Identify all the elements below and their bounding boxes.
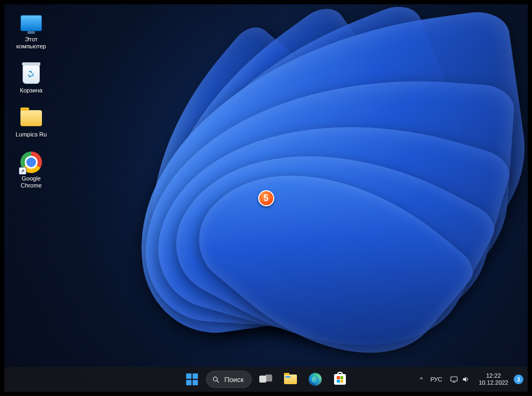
search-button[interactable]: Поиск	[206, 371, 252, 388]
microsoft-store-button[interactable]	[329, 369, 351, 390]
file-explorer-button[interactable]	[280, 369, 301, 390]
task-view-icon	[259, 375, 272, 384]
icon-label: Lumpics Ru	[16, 131, 47, 138]
taskbar-center: Поиск	[181, 369, 351, 390]
language-indicator[interactable]: РУС	[427, 370, 445, 389]
icon-label: Этот компьютер	[16, 36, 46, 50]
monitor-icon	[20, 12, 42, 34]
icon-label: Google Chrome	[20, 175, 41, 189]
windows-logo-icon	[186, 373, 198, 385]
network-icon	[450, 375, 458, 384]
network-sound-button[interactable]	[446, 370, 473, 389]
task-view-button[interactable]	[255, 369, 276, 390]
recycle-icon	[26, 69, 36, 79]
svg-rect-2	[451, 377, 457, 381]
annotation-number: 5	[264, 193, 268, 203]
desktop[interactable]: Этот компьютер Корзина Lumpics Ru ↗ Goog…	[4, 4, 528, 392]
search-label: Поиск	[224, 376, 244, 384]
taskbar: Поиск ^ РУС	[4, 367, 528, 392]
edge-icon	[309, 373, 322, 386]
volume-icon	[462, 375, 470, 384]
edge-button[interactable]	[304, 369, 326, 390]
annotation-step-badge: 5	[258, 190, 274, 206]
svg-line-1	[217, 380, 218, 382]
clock-time: 12:22	[486, 372, 501, 379]
language-label: РУС	[430, 376, 442, 383]
chrome-icon: ↗	[20, 151, 42, 174]
svg-point-0	[213, 377, 217, 381]
desktop-icon-chrome[interactable]: ↗ Google Chrome	[12, 150, 51, 190]
notification-count: 3	[517, 377, 520, 383]
search-icon	[212, 376, 220, 384]
notification-badge: 3	[514, 375, 523, 384]
microsoft-store-icon	[334, 374, 346, 385]
recycle-bin-icon	[20, 63, 42, 85]
folder-icon	[20, 107, 42, 129]
start-button[interactable]	[181, 369, 203, 390]
desktop-icons: Этот компьютер Корзина Lumpics Ru ↗ Goog…	[12, 11, 51, 190]
desktop-icon-this-pc[interactable]: Этот компьютер	[12, 11, 51, 51]
desktop-icon-recycle-bin[interactable]: Корзина	[12, 62, 51, 95]
icon-label: Корзина	[20, 87, 42, 94]
tray-overflow-button[interactable]: ^	[417, 370, 426, 389]
clock-date: 10.12.2022	[479, 379, 508, 386]
notification-center-button[interactable]: 3	[514, 370, 524, 389]
system-tray: ^ РУС 12:22 10.12.2022 3	[417, 367, 524, 392]
shortcut-arrow-icon: ↗	[19, 167, 26, 175]
chevron-up-icon: ^	[420, 376, 423, 383]
desktop-icon-folder-lumpics[interactable]: Lumpics Ru	[12, 106, 51, 139]
clock-button[interactable]: 12:22 10.12.2022	[474, 370, 513, 389]
file-explorer-icon	[284, 375, 297, 384]
